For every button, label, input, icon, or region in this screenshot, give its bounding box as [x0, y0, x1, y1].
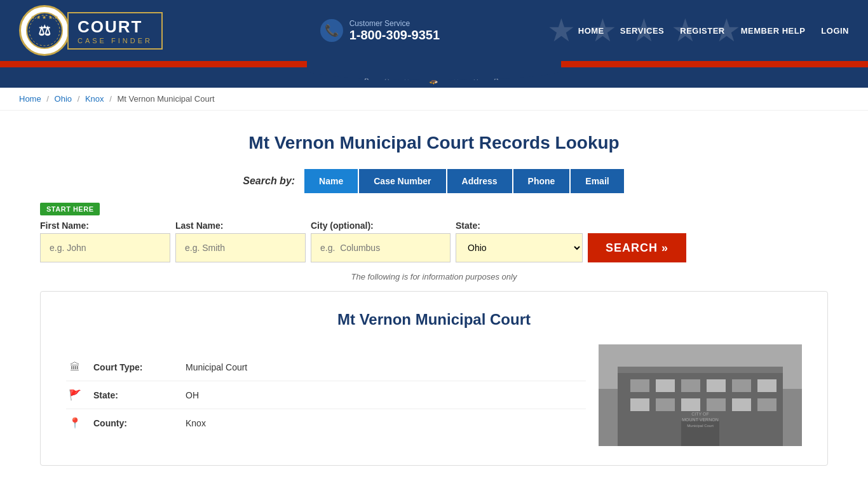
nav-register[interactable]: REGISTER: [680, 26, 724, 36]
state-label: State:: [456, 220, 583, 231]
logo-area: ⚖ ★ ★ ★ ★ ★ COURT CASE FINDER: [19, 5, 163, 56]
state-select[interactable]: Ohio Alabama Alaska Arizona California C…: [456, 233, 583, 262]
sep-1: /: [46, 94, 49, 104]
red-bar: [0, 61, 868, 67]
logo-text: COURT CASE FINDER: [67, 12, 163, 50]
breadcrumb-ohio[interactable]: Ohio: [55, 94, 72, 104]
tab-address[interactable]: Address: [447, 169, 512, 193]
svg-rect-18: [757, 398, 776, 411]
nav-login[interactable]: LOGIN: [821, 26, 849, 36]
cs-text: Customer Service 1-800-309-9351: [349, 19, 440, 43]
svg-rect-12: [757, 379, 776, 392]
search-by-label: Search by:: [243, 175, 295, 187]
tab-case-number[interactable]: Case Number: [359, 169, 445, 193]
breadcrumb-current: Mt Vernon Municipal Court: [117, 94, 214, 104]
svg-rect-7: [630, 379, 649, 392]
court-info-box: Mt Vernon Municipal Court 🏛 Court Type: …: [40, 291, 828, 466]
county-item: 📍 County: Knox: [66, 409, 586, 437]
court-building-image: CITY OF MOUNT VERNON Municipal Court: [599, 344, 802, 446]
first-name-label: First Name:: [40, 220, 170, 231]
svg-rect-16: [707, 398, 726, 411]
svg-rect-20: [618, 367, 783, 373]
county-label: County:: [93, 418, 176, 428]
city-label: City (optional):: [311, 220, 451, 231]
court-type-item: 🏛 Court Type: Municipal Court: [66, 354, 586, 381]
nav-services[interactable]: SERVICES: [620, 26, 665, 36]
search-by-row: Search by: Name Case Number Address Phon…: [40, 169, 828, 193]
star-1: ★: [547, 12, 576, 49]
search-form-area: START HERE First Name: Last Name: City (…: [40, 203, 828, 262]
breadcrumb-knox[interactable]: Knox: [85, 94, 104, 104]
svg-text:Municipal Court: Municipal Court: [687, 424, 714, 428]
logo-brand: COURT: [78, 17, 153, 37]
search-button[interactable]: SEARCH »: [588, 233, 686, 262]
tab-email[interactable]: Email: [571, 169, 623, 193]
info-note: The following is for information purpose…: [40, 272, 828, 281]
breadcrumb: Home / Ohio / Knox / Mt Vernon Municipal…: [0, 88, 868, 111]
court-type-value: Municipal Court: [186, 362, 247, 372]
svg-rect-15: [681, 398, 700, 411]
nav-member-help[interactable]: MEMBER HELP: [741, 26, 806, 36]
state-item: 🚩 State: OH: [66, 381, 586, 409]
cs-phone: 1-800-309-9351: [349, 28, 440, 43]
search-form: First Name: Last Name: City (optional): …: [40, 220, 828, 262]
main-content: Mt Vernon Municipal Court Records Lookup…: [21, 111, 847, 478]
svg-rect-9: [681, 379, 700, 392]
state-detail-label: State:: [93, 390, 176, 400]
tab-phone[interactable]: Phone: [513, 169, 570, 193]
nav-home[interactable]: HOME: [578, 26, 604, 36]
last-name-label: Last Name:: [175, 220, 306, 231]
court-info-row: 🏛 Court Type: Municipal Court 🚩 State: O…: [66, 344, 802, 446]
logo-sub: CASE FINDER: [78, 37, 153, 44]
svg-rect-8: [656, 379, 675, 392]
location-icon: 📍: [66, 417, 84, 429]
county-value: Knox: [186, 418, 206, 428]
tab-name[interactable]: Name: [304, 169, 358, 193]
city-field: City (optional):: [311, 220, 451, 262]
last-name-field: Last Name:: [175, 220, 306, 262]
cs-label: Customer Service: [349, 19, 440, 28]
building-svg: CITY OF MOUNT VERNON Municipal Court: [599, 344, 802, 446]
svg-text:⚖: ⚖: [38, 23, 51, 39]
court-box-title: Mt Vernon Municipal Court: [66, 311, 802, 329]
first-name-input[interactable]: [40, 233, 170, 262]
start-here-badge: START HERE: [40, 203, 100, 215]
state-detail-value: OH: [186, 390, 199, 400]
svg-text:CITY OF: CITY OF: [691, 412, 709, 416]
last-name-input[interactable]: [175, 233, 306, 262]
city-input[interactable]: [311, 233, 451, 262]
logo-badge: ⚖ ★ ★ ★ ★ ★: [19, 5, 70, 56]
breadcrumb-home[interactable]: Home: [19, 94, 41, 104]
page-title: Mt Vernon Municipal Court Records Lookup: [40, 133, 828, 153]
sep-2: /: [78, 94, 80, 104]
court-details: 🏛 Court Type: Municipal Court 🚩 State: O…: [66, 354, 586, 437]
court-type-label: Court Type:: [93, 362, 176, 372]
flag-icon: 🚩: [66, 389, 84, 401]
building-icon: 🏛: [66, 362, 84, 373]
state-field: State: Ohio Alabama Alaska Arizona Calif…: [456, 220, 583, 262]
svg-text:MOUNT VERNON: MOUNT VERNON: [682, 417, 718, 422]
svg-rect-10: [707, 379, 726, 392]
svg-rect-14: [656, 398, 675, 411]
svg-rect-13: [630, 398, 649, 411]
sep-3: /: [109, 94, 112, 104]
main-nav: HOME SERVICES REGISTER MEMBER HELP LOGIN: [578, 26, 849, 36]
logo-icon: ⚖ ★ ★ ★ ★ ★: [25, 11, 64, 50]
phone-icon: 📞: [320, 19, 343, 42]
svg-rect-11: [732, 379, 751, 392]
svg-text:★ ★ ★ ★ ★: ★ ★ ★ ★ ★: [31, 15, 58, 20]
first-name-field: First Name:: [40, 220, 170, 262]
svg-rect-17: [732, 398, 751, 411]
customer-service: 📞 Customer Service 1-800-309-9351: [320, 19, 440, 43]
site-header: ⚖ ★ ★ ★ ★ ★ COURT CASE FINDER 📞 Customer…: [0, 0, 868, 61]
